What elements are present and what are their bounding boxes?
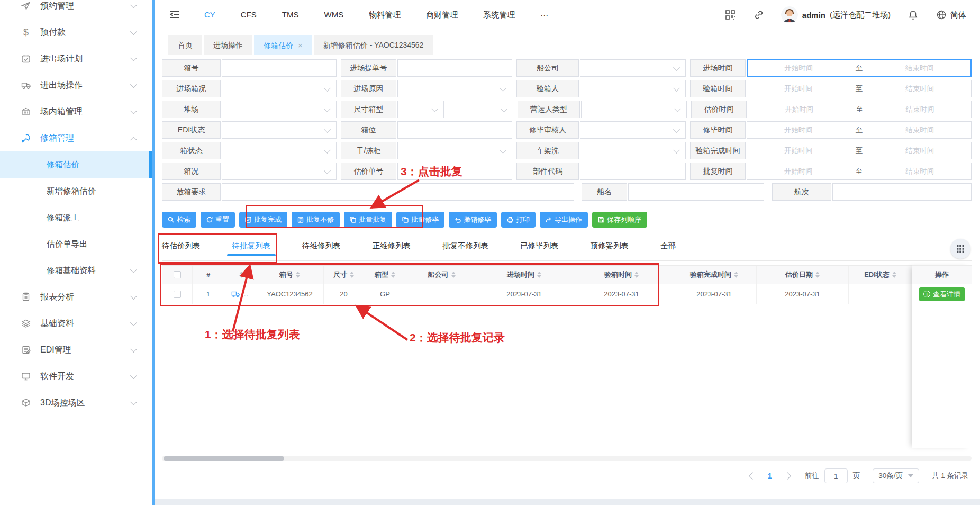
date-end-placeholder[interactable]: 结束时间 bbox=[869, 167, 972, 176]
page-tab-new-estimate[interactable]: 新增修箱估价 - YAOC1234562 bbox=[314, 35, 433, 55]
menu-item-more[interactable]: ··· bbox=[540, 10, 548, 20]
tab-approve-no-repair[interactable]: 批复不修列表 bbox=[442, 238, 488, 258]
sidebar-subitem-repair-estimate[interactable]: 修箱估价 bbox=[0, 151, 152, 178]
page-tab-repair-estimate[interactable]: 修箱估价× bbox=[254, 35, 312, 55]
estimate-time-range[interactable]: 开始时间 至 结束时间 bbox=[748, 101, 972, 118]
shipping-co-select[interactable] bbox=[580, 59, 686, 77]
select-all-checkbox[interactable] bbox=[174, 271, 181, 278]
date-start-placeholder[interactable]: 开始时间 bbox=[747, 84, 850, 94]
sidebar-item-yard-container[interactable]: 场内箱管理 bbox=[0, 98, 152, 125]
edi-status-select[interactable] bbox=[222, 121, 337, 139]
sort-caret-icon[interactable] bbox=[391, 272, 395, 278]
tab-repaired[interactable]: 已修毕列表 bbox=[520, 238, 559, 258]
sidebar-subitem-repair-dispatch[interactable]: 修箱派工 bbox=[0, 204, 152, 231]
header-edi-status[interactable]: EDI状态 bbox=[849, 266, 912, 284]
date-end-placeholder[interactable]: 结束时间 bbox=[869, 64, 971, 73]
bell-icon[interactable] bbox=[906, 8, 919, 21]
sidebar-item-repair-mgmt[interactable]: 修箱管理 bbox=[0, 125, 152, 151]
current-page[interactable]: 1 bbox=[768, 472, 772, 480]
date-start-placeholder[interactable]: 开始时间 bbox=[748, 105, 850, 114]
sort-caret-icon[interactable] bbox=[634, 272, 639, 278]
sidebar-item-booking[interactable]: 预约管理 bbox=[0, 0, 152, 19]
sort-caret-icon[interactable] bbox=[815, 272, 820, 278]
menu-item-finance[interactable]: 商财管理 bbox=[426, 10, 458, 20]
condition-select[interactable] bbox=[222, 163, 337, 180]
sort-caret-icon[interactable] bbox=[451, 272, 456, 278]
approve-time-range[interactable]: 开始时间 至 结束时间 bbox=[747, 163, 972, 180]
header-icon-col[interactable] bbox=[224, 266, 256, 284]
tab-pending-approve[interactable]: 待批复列表 bbox=[232, 238, 271, 258]
operator-type-select[interactable] bbox=[581, 101, 687, 118]
release-requirement-input[interactable] bbox=[222, 183, 574, 201]
sort-caret-icon[interactable] bbox=[296, 272, 300, 278]
repair-auditor-select[interactable] bbox=[580, 121, 686, 139]
sort-caret-icon[interactable] bbox=[892, 272, 896, 278]
sidebar-item-report-analysis[interactable]: 报表分析 bbox=[0, 284, 152, 310]
qrcode-icon[interactable] bbox=[724, 8, 737, 21]
enter-condition-select[interactable] bbox=[222, 80, 337, 97]
sidebar-subitem-estimate-export[interactable]: 估价单导出 bbox=[0, 231, 152, 257]
date-start-placeholder[interactable]: 开始时间 bbox=[747, 167, 850, 176]
sidebar-subitem-repair-basedata[interactable]: 修箱基础资料 bbox=[0, 257, 152, 284]
prev-page-icon[interactable] bbox=[749, 472, 756, 480]
date-end-placeholder[interactable]: 结束时间 bbox=[869, 146, 972, 156]
date-end-placeholder[interactable]: 结束时间 bbox=[869, 105, 972, 114]
date-end-placeholder[interactable]: 结束时间 bbox=[869, 84, 972, 94]
header-shipping-co[interactable]: 船公司 bbox=[406, 266, 477, 284]
box-position-input[interactable] bbox=[397, 121, 512, 139]
header-box-type[interactable]: 箱型 bbox=[364, 266, 406, 284]
close-icon[interactable]: × bbox=[298, 41, 303, 50]
scrollbar-thumb[interactable] bbox=[164, 456, 284, 461]
batch-approve-button[interactable]: 批量批复 bbox=[344, 212, 392, 228]
header-enter-time[interactable]: 进场时间 bbox=[477, 266, 571, 284]
date-start-placeholder[interactable]: 开始时间 bbox=[748, 64, 850, 73]
inspector-select[interactable] bbox=[580, 80, 686, 97]
date-end-placeholder[interactable]: 结束时间 bbox=[869, 125, 972, 135]
search-button[interactable]: 检索 bbox=[162, 212, 196, 228]
size-select[interactable] bbox=[397, 101, 444, 118]
sort-caret-icon[interactable] bbox=[350, 272, 354, 278]
box-no-input[interactable] bbox=[222, 59, 337, 77]
repair-done-time-range[interactable]: 开始时间 至 结束时间 bbox=[747, 121, 972, 139]
sort-caret-icon[interactable] bbox=[239, 272, 243, 278]
page-tab-home[interactable]: 首页 bbox=[168, 35, 202, 55]
header-inspect-done-time[interactable]: 验箱完成时间 bbox=[672, 266, 757, 284]
voyage-input[interactable] bbox=[832, 183, 972, 201]
tab-pending-repair[interactable]: 待维修列表 bbox=[302, 238, 341, 258]
yard-select[interactable] bbox=[222, 101, 337, 118]
page-number-input[interactable] bbox=[824, 468, 848, 483]
inspect-time-range[interactable]: 开始时间 至 结束时间 bbox=[747, 80, 972, 97]
enter-reason-select[interactable] bbox=[397, 80, 512, 97]
sidebar-item-base-data[interactable]: 基础资料 bbox=[0, 310, 152, 337]
link-icon[interactable] bbox=[752, 8, 765, 21]
export-button[interactable]: 导出操作 bbox=[540, 212, 588, 228]
sidebar-item-software-dev[interactable]: 软件开发 bbox=[0, 363, 152, 390]
menu-item-wms[interactable]: WMS bbox=[324, 10, 344, 20]
header-inspect-time[interactable]: 验箱时间 bbox=[571, 266, 672, 284]
next-page-icon[interactable] bbox=[784, 472, 791, 480]
menu-item-material[interactable]: 物料管理 bbox=[369, 10, 401, 20]
estimate-no-input[interactable] bbox=[397, 163, 512, 180]
sort-caret-icon[interactable] bbox=[734, 272, 738, 278]
type-select[interactable] bbox=[448, 101, 513, 118]
tab-pre-repaired[interactable]: 预修妥列表 bbox=[591, 238, 629, 258]
sidebar-subitem-new-estimate[interactable]: 新增修箱估价 bbox=[0, 178, 152, 204]
dry-reefer-select[interactable] bbox=[397, 142, 512, 159]
approve-no-repair-button[interactable]: 批复不修 bbox=[292, 212, 340, 228]
menu-item-cfs[interactable]: CFS bbox=[241, 10, 257, 20]
vessel-name-input[interactable] bbox=[628, 183, 764, 201]
chassis-wash-select[interactable] bbox=[580, 142, 686, 159]
menu-item-cy[interactable]: CY bbox=[204, 10, 215, 20]
tab-repairing[interactable]: 正维修列表 bbox=[373, 238, 411, 258]
tab-pending-estimate[interactable]: 待估价列表 bbox=[162, 238, 201, 258]
header-estimate-date[interactable]: 估价日期 bbox=[757, 266, 849, 284]
reset-button[interactable]: 重置 bbox=[201, 212, 235, 228]
part-code-input[interactable] bbox=[580, 163, 686, 180]
undo-finish-button[interactable]: 撤销修毕 bbox=[449, 212, 497, 228]
page-size-select[interactable]: 30条/页 bbox=[873, 468, 919, 483]
table-row[interactable]: 1 ... YAOC1234562 20 GP 2023-07-31 2023-… bbox=[162, 284, 972, 304]
sidebar-item-3d-yard[interactable]: 3D场控场区 bbox=[0, 390, 152, 416]
inspect-done-time-range[interactable]: 开始时间 至 结束时间 bbox=[747, 142, 972, 159]
user-menu[interactable]: admin (远洋仓配二堆场) bbox=[781, 6, 891, 23]
menu-item-system[interactable]: 系统管理 bbox=[483, 10, 515, 20]
